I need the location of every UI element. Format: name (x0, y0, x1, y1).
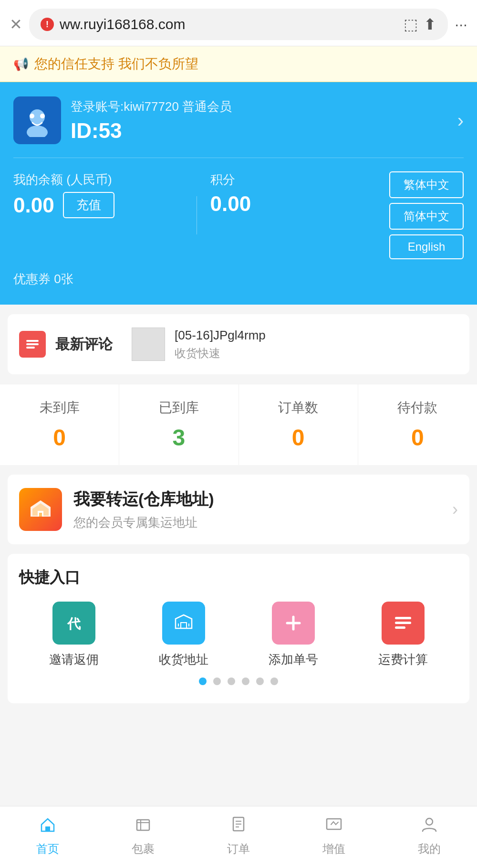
user-stats-row: 我的余额 (人民币) 0.00 充值 积分 0.00 繁体中文 简体中文 Eng… (13, 171, 464, 259)
notice-text: 您的信任支持 我们不负所望 (34, 55, 198, 73)
user-id: ID:53 (71, 119, 448, 143)
dot-1 (199, 677, 207, 685)
transfer-title: 我要转运(仓库地址) (73, 488, 441, 510)
lang-simplified-button[interactable]: 简体中文 (389, 203, 464, 230)
svg-point-1 (27, 126, 48, 137)
svg-rect-30 (327, 819, 341, 829)
stats-label-not-arrived: 未到库 (5, 399, 114, 417)
stats-cell-not-arrived[interactable]: 未到库 0 (0, 384, 119, 465)
points-value: 0.00 (210, 192, 251, 216)
review-title: 最新评论 (55, 335, 113, 354)
lang-buttons: 繁体中文 简体中文 English (389, 171, 464, 259)
nav-item-profile[interactable]: 我的 (382, 806, 477, 868)
coupon-value: 0张 (54, 272, 73, 286)
quick-icon-invite: 代 (52, 602, 95, 645)
balance-value: 0.00 (13, 193, 54, 217)
user-chevron-icon: › (457, 110, 464, 131)
svg-point-2 (30, 114, 34, 118)
bookmark-icon[interactable]: ⬚ (404, 15, 418, 33)
recharge-button[interactable]: 充值 (63, 192, 114, 218)
quick-label-freight: 运费计算 (378, 651, 428, 668)
svg-rect-5 (26, 343, 39, 345)
dot-6 (270, 677, 278, 685)
review-thumbnail (132, 328, 165, 361)
svg-rect-6 (26, 347, 35, 349)
dot-2 (213, 677, 221, 685)
quick-item-invite[interactable]: 代 邀请返佣 (49, 602, 99, 668)
svg-rect-21 (395, 626, 405, 629)
packages-icon (134, 815, 152, 837)
review-subtitle: 收货快速 (175, 346, 458, 361)
nav-item-orders[interactable]: 订单 (191, 806, 286, 868)
home-icon (39, 815, 57, 837)
transfer-chevron-icon: › (452, 499, 458, 519)
review-id: [05-16]JPgl4rmp (175, 328, 458, 343)
lang-traditional-button[interactable]: 繁体中文 (389, 171, 464, 198)
stat-divider (197, 196, 197, 234)
svg-rect-19 (395, 617, 411, 619)
quick-item-freight[interactable]: 运费计算 (378, 602, 428, 668)
more-icon[interactable]: ··· (455, 16, 467, 33)
user-info: 登录账号:kiwi77720 普通会员 ID:53 (71, 98, 448, 143)
avatar (13, 96, 61, 144)
svg-rect-4 (26, 340, 39, 342)
points-block: 积分 0.00 (210, 171, 380, 216)
dot-5 (256, 677, 264, 685)
stats-cell-orders[interactable]: 订单数 0 (239, 384, 358, 465)
speaker-icon: 📢 (13, 57, 29, 72)
nav-label-home: 首页 (36, 841, 59, 857)
quick-item-add-order[interactable]: 添加单号 (269, 602, 318, 668)
stats-value-arrived: 3 (124, 424, 233, 451)
svg-rect-10 (39, 513, 42, 517)
quick-label-invite: 邀请返佣 (49, 651, 99, 668)
nav-label-orders: 订单 (227, 841, 250, 857)
stats-cell-arrived[interactable]: 已到库 3 (119, 384, 238, 465)
stats-label-pending: 待付款 (363, 399, 472, 417)
nav-label-packages: 包裹 (132, 841, 155, 857)
value-added-icon (325, 815, 343, 837)
quick-item-address[interactable]: 收货地址 (159, 602, 208, 668)
nav-item-value-added[interactable]: 增值 (286, 806, 382, 868)
browser-chrome: ✕ ! ww.ruyi168168.com ⬚ ⬆ ··· (0, 0, 477, 46)
stats-value-orders: 0 (244, 424, 353, 451)
svg-rect-20 (395, 622, 411, 624)
stats-label-arrived: 已到库 (124, 399, 233, 417)
quick-icon-add-order (272, 602, 315, 645)
quick-label-address: 收货地址 (159, 651, 208, 668)
quick-section: 快捷入口 代 邀请返佣 收货地址 (8, 554, 469, 703)
bottom-nav: 首页 包裹 订单 增值 (0, 806, 477, 868)
stats-value-pending: 0 (363, 424, 472, 451)
reviews-section[interactable]: 最新评论 [05-16]JPgl4rmp 收货快速 (8, 314, 469, 374)
user-account: 登录账号:kiwi77720 普通会员 (71, 98, 448, 115)
svg-point-31 (426, 818, 433, 825)
nav-item-packages[interactable]: 包裹 (95, 806, 191, 868)
quick-icon-freight (382, 602, 425, 645)
dot-4 (242, 677, 249, 685)
stats-grid: 未到库 0 已到库 3 订单数 0 待付款 0 (0, 384, 477, 465)
nav-label-profile: 我的 (418, 841, 441, 857)
dots-indicator (19, 668, 458, 690)
review-icon-box (19, 331, 46, 358)
review-content: [05-16]JPgl4rmp 收货快速 (175, 328, 458, 361)
profile-icon (420, 815, 438, 837)
balance-block: 我的余额 (人民币) 0.00 充值 (13, 171, 183, 218)
svg-point-3 (40, 114, 45, 118)
user-profile-row[interactable]: 登录账号:kiwi77720 普通会员 ID:53 › (13, 96, 464, 158)
user-section: 登录账号:kiwi77720 普通会员 ID:53 › 我的余额 (人民币) 0… (0, 82, 477, 305)
svg-text:代: 代 (67, 616, 81, 631)
transfer-subtitle: 您的会员专属集运地址 (73, 514, 441, 531)
coupon-row: 优惠券 0张 (13, 271, 464, 287)
url-text: ww.ruyi168168.com (60, 16, 185, 32)
stats-value-not-arrived: 0 (5, 424, 114, 451)
lang-english-button[interactable]: English (389, 234, 464, 259)
nav-label-value-added: 增值 (322, 841, 345, 857)
coupon-label: 优惠券 (13, 272, 51, 286)
stats-cell-pending[interactable]: 待付款 0 (358, 384, 477, 465)
close-icon[interactable]: ✕ (10, 17, 22, 32)
nav-item-home[interactable]: 首页 (0, 806, 95, 868)
quick-section-title: 快捷入口 (19, 567, 458, 588)
security-icon: ! (41, 18, 54, 31)
share-icon[interactable]: ⬆ (424, 15, 436, 33)
transfer-banner[interactable]: 我要转运(仓库地址) 您的会员专属集运地址 › (8, 475, 469, 544)
url-bar[interactable]: ! ww.ruyi168168.com ⬚ ⬆ (29, 9, 448, 40)
